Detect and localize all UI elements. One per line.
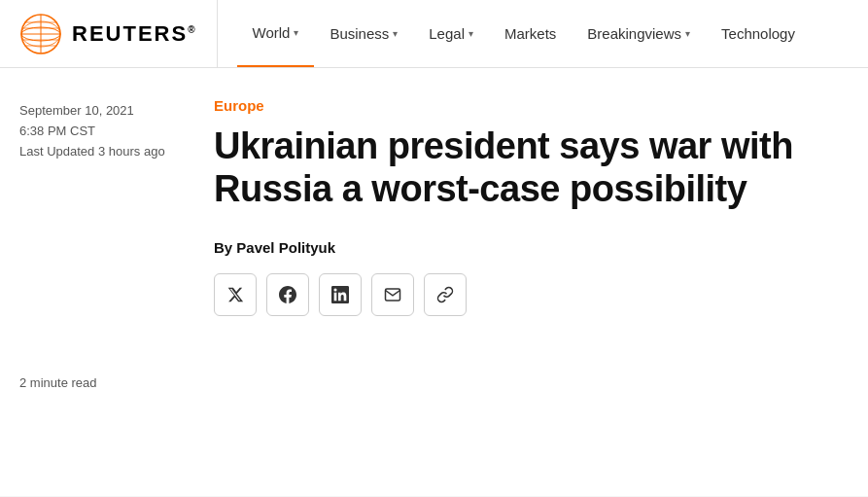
chevron-down-icon: ▾ <box>294 27 298 38</box>
nav-item-legal[interactable]: Legal ▾ <box>413 0 489 67</box>
read-time: 2 minute read <box>19 375 194 390</box>
reuters-logo-text: REUTERS® <box>72 21 197 47</box>
nav-item-technology[interactable]: Technology <box>706 0 811 67</box>
article-body: Europe Ukrainian president says war with… <box>214 97 849 406</box>
content-wrapper: September 10, 2021 6:38 PM CST Last Upda… <box>0 68 868 435</box>
share-twitter-button[interactable] <box>214 273 257 316</box>
share-facebook-button[interactable] <box>266 273 309 316</box>
nav-item-breakingviews[interactable]: Breakingviews ▾ <box>572 0 706 67</box>
article-headline: Ukrainian president says war with Russia… <box>214 125 849 210</box>
link-icon <box>436 286 454 303</box>
share-linkedin-button[interactable] <box>319 273 362 316</box>
chevron-down-icon: ▾ <box>685 28 690 39</box>
nav-item-markets[interactable]: Markets <box>489 0 572 67</box>
reuters-globe-icon <box>19 13 62 55</box>
logo-area[interactable]: REUTERS® <box>19 0 218 67</box>
share-buttons <box>214 273 849 316</box>
share-email-button[interactable] <box>371 273 414 316</box>
article-category[interactable]: Europe <box>214 97 849 114</box>
twitter-icon <box>226 286 244 303</box>
nav-item-business[interactable]: Business ▾ <box>314 0 413 67</box>
main-nav: World ▾ Business ▾ Legal ▾ Markets Break… <box>218 0 811 67</box>
facebook-icon <box>279 286 296 303</box>
article-byline: By Pavel Polityuk <box>214 239 849 256</box>
share-link-button[interactable] <box>424 273 467 316</box>
article-container: September 10, 2021 6:38 PM CST Last Upda… <box>0 68 868 496</box>
linkedin-icon <box>331 286 349 303</box>
chevron-down-icon: ▾ <box>393 28 398 39</box>
top-navigation: REUTERS® World ▾ Business ▾ Legal ▾ Mark… <box>0 0 868 68</box>
chevron-down-icon: ▾ <box>469 28 473 39</box>
article-meta: September 10, 2021 6:38 PM CST Last Upda… <box>19 97 214 406</box>
article-date: September 10, 2021 6:38 PM CST Last Upda… <box>19 101 194 161</box>
nav-item-world[interactable]: World ▾ <box>237 0 315 67</box>
email-icon <box>384 286 401 303</box>
